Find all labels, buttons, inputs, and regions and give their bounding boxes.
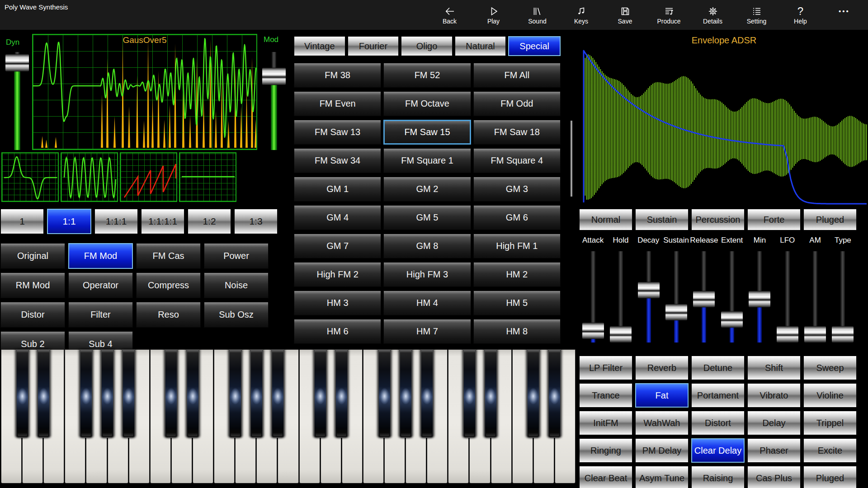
black-key-Gsharp6[interactable] [548,349,561,438]
slider-handle[interactable] [582,323,604,339]
black-key-Fsharp6[interactable] [527,349,540,438]
slider-handle[interactable] [638,282,660,298]
fx-clear-delay[interactable]: Clear Delay [691,438,745,463]
slider-lfo[interactable] [774,248,801,345]
back-button[interactable]: Back [428,0,472,30]
mode-fm-cas[interactable]: FM Cas [136,243,201,269]
fx-lp-filter[interactable]: LP Filter [579,356,632,380]
details-button[interactable]: Details [691,0,735,30]
save-button[interactable]: Save [603,0,647,30]
env-normal[interactable]: Normal [579,209,632,230]
black-key-Asharp5[interactable] [420,349,434,438]
black-key-Gsharp5[interactable] [399,349,412,438]
black-key-Dsharp4[interactable] [186,349,199,438]
fx-raising[interactable]: Raising [691,466,745,488]
black-key-Asharp4[interactable] [271,349,284,438]
tab-special[interactable]: Special [508,36,561,56]
preset-fm-saw-13[interactable]: FM Saw 13 [294,120,381,145]
black-key-Dsharp6[interactable] [484,349,497,438]
preset-fm-saw-18[interactable]: FM Saw 18 [473,120,561,145]
fx-delay[interactable]: Delay [747,411,801,435]
env-forte[interactable]: Forte [747,209,801,230]
preset-gm-2[interactable]: GM 2 [383,177,471,202]
black-key-Fsharp4[interactable] [229,349,242,438]
fx-trippel[interactable]: Trippel [803,411,857,435]
fx-cas-plus[interactable]: Cas Plus [747,466,801,488]
slider-release[interactable] [690,248,718,345]
mode-operator[interactable]: Operator [68,272,133,298]
fx-asym-tune[interactable]: Asym Tune [635,466,689,488]
preset-fm-odd[interactable]: FM Odd [473,91,561,116]
ratio-1-1-1-1[interactable]: 1:1:1:1 [141,209,184,234]
mod-slider[interactable] [261,50,287,154]
slider-type[interactable] [829,248,857,345]
preset-hm-6[interactable]: HM 6 [294,319,381,344]
black-key-Csharp4[interactable] [165,349,178,438]
preset-gm-1[interactable]: GM 1 [294,177,381,202]
more-button[interactable]: ••• [822,0,866,30]
mode-compress[interactable]: Compress [136,272,201,298]
mode-power[interactable]: Power [204,243,269,269]
slider-am[interactable] [801,248,829,345]
slider-handle[interactable] [832,326,854,343]
preset-fm-all[interactable]: FM All [473,63,561,88]
ratio-1-3[interactable]: 1:3 [234,209,278,234]
preset-hm-4[interactable]: HM 4 [383,291,471,315]
fx-reverb[interactable]: Reverb [635,356,689,380]
slider-min[interactable] [745,248,773,345]
black-key-Dsharp3[interactable] [37,349,50,438]
ratio-1-2[interactable]: 1:2 [188,209,231,234]
play-button[interactable]: Play [472,0,515,30]
preset-hm-5[interactable]: HM 5 [473,291,561,315]
slider-handle[interactable] [804,326,826,343]
ratio-1-1[interactable]: 1:1 [47,209,91,234]
preset-scrollbar[interactable] [571,121,572,197]
fx-ringing[interactable]: Ringing [579,438,632,463]
slider-attack[interactable] [579,248,607,345]
black-key-Dsharp5[interactable] [335,349,348,438]
fx-portament[interactable]: Portament [691,383,745,408]
slider-handle[interactable] [721,311,743,328]
preset-high-fm-2[interactable]: High FM 2 [294,262,381,287]
preset-hm-7[interactable]: HM 7 [383,319,471,344]
mode-fm-mod[interactable]: FM Mod [68,243,133,269]
preset-fm-even[interactable]: FM Even [294,91,381,116]
fx-distort[interactable]: Distort [691,411,745,435]
ratio-1[interactable]: 1 [0,209,44,234]
preset-gm-4[interactable]: GM 4 [294,205,381,230]
tab-fourier[interactable]: Fourier [348,36,399,56]
fx-shift[interactable]: Shift [747,356,801,380]
preset-fm-saw-15[interactable]: FM Saw 15 [383,120,471,145]
slider-sustain[interactable] [662,248,690,345]
keys-button[interactable]: Keys [559,0,603,30]
setting-button[interactable]: Setting [735,0,778,30]
preset-fm-square-4[interactable]: FM Square 4 [473,148,561,173]
slider-extent[interactable] [718,248,745,345]
fx-pluged[interactable]: Pluged [803,466,857,488]
black-key-Fsharp3[interactable] [80,349,93,438]
slider-hold[interactable] [607,248,634,345]
slider-decay[interactable] [635,248,662,345]
env-percussion[interactable]: Percussion [691,209,745,230]
env-sustain[interactable]: Sustain [635,209,689,230]
fx-pm-delay[interactable]: PM Delay [635,438,689,463]
fx-violine[interactable]: Violine [803,383,857,408]
fx-excite[interactable]: Excite [803,438,857,463]
black-key-Gsharp4[interactable] [250,349,263,438]
dyn-slider[interactable] [5,50,30,154]
mode-filter[interactable]: Filter [68,302,133,328]
black-key-Fsharp5[interactable] [378,349,391,438]
preset-gm-8[interactable]: GM 8 [383,234,471,258]
preset-fm-52[interactable]: FM 52 [383,63,471,88]
preset-gm-6[interactable]: GM 6 [473,205,561,230]
black-key-Csharp6[interactable] [463,349,476,438]
mode-rm-mod[interactable]: RM Mod [0,272,65,298]
help-button[interactable]: ?Help [778,0,822,30]
mod-slider-handle[interactable] [262,68,286,85]
black-key-Csharp3[interactable] [16,349,29,438]
dyn-slider-handle[interactable] [5,54,29,71]
fx-clear-beat[interactable]: Clear Beat [579,466,632,488]
tab-vintage[interactable]: Vintage [294,36,345,56]
sound-button[interactable]: Sound [515,0,559,30]
slider-handle[interactable] [693,291,715,307]
